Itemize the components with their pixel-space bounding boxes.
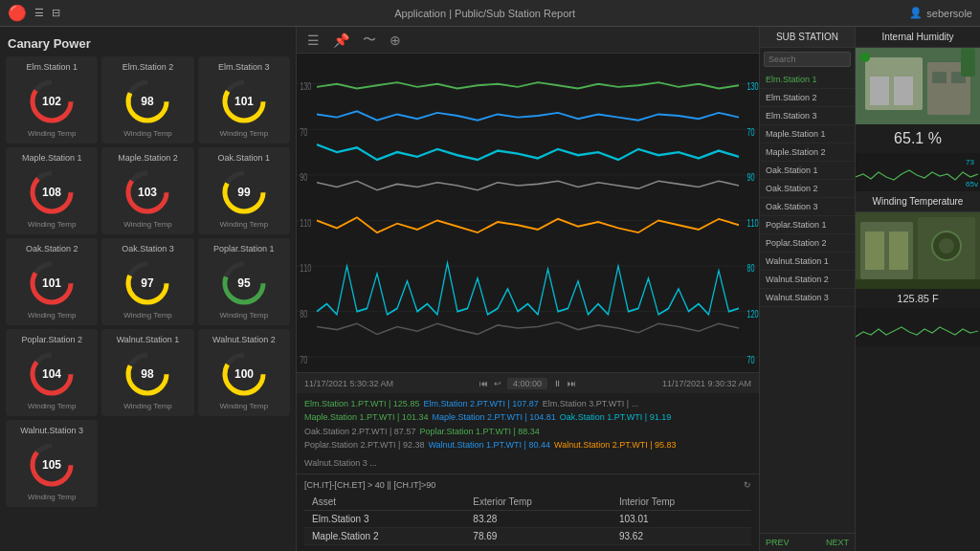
station-list-item[interactable]: Oak.Station 2 xyxy=(760,180,855,198)
station-card[interactable]: Oak.Station 199Winding Temp xyxy=(198,147,290,234)
middle-panel: ☰ 📌 〜 ⊕ 130 70 90 110 110 xyxy=(297,27,760,551)
svg-text:90: 90 xyxy=(746,171,754,184)
station-list-item[interactable]: Walnut.Station 1 xyxy=(760,253,855,271)
refresh-icon[interactable]: ↻ xyxy=(744,480,751,490)
legend-row-4: Poplar.Station 2.PT.WTI | 92.38 Walnut.S… xyxy=(304,438,751,470)
svg-point-79 xyxy=(939,238,954,253)
winding-image xyxy=(856,212,980,289)
station-card[interactable]: Elm.Station 1102Winding Temp xyxy=(6,56,98,143)
substation-nav: PREV NEXT xyxy=(760,533,855,551)
pause-icon[interactable]: ⏸ xyxy=(553,379,562,388)
svg-rect-80 xyxy=(856,279,980,289)
legend-row-2: Maple.Station 1.PT.WTI | 101.34 Maple.St… xyxy=(304,410,751,424)
station-list-item[interactable]: Maple.Station 1 xyxy=(760,125,855,143)
legend-row-1: Elm.Station 1.PT.WTI | 125.85 Elm.Statio… xyxy=(304,397,751,410)
station-card[interactable]: Oak.Station 2101Winding Temp xyxy=(6,238,98,325)
winding-temp-title: Winding Temperature xyxy=(856,191,980,212)
svg-rect-39 xyxy=(297,54,759,372)
alert-query-text: [CH.IT]-[CH.ET] > 40 || [CH.IT]>90 xyxy=(304,480,435,490)
chart-wave-icon[interactable]: 〜 xyxy=(360,30,379,51)
station-name: Oak.Station 3 xyxy=(122,244,174,253)
station-list-item[interactable]: Elm.Station 3 xyxy=(760,107,855,125)
winding-label: Winding Temp xyxy=(123,402,172,410)
gauge-svg: 103 xyxy=(122,166,173,218)
legend-elm2: Elm.Station 2.PT.WTI | 107.87 xyxy=(423,397,538,410)
alert-query: [CH.IT]-[CH.ET] > 40 || [CH.IT]>90 ↻ xyxy=(304,480,751,490)
winding-value: 125.85 F xyxy=(856,289,980,308)
station-list-item[interactable]: Walnut.Station 2 xyxy=(760,271,855,289)
chart-controls[interactable]: ⏮ ↩ 4:00:00 ⏸ ⏭ xyxy=(479,378,576,389)
winding-label: Winding Temp xyxy=(28,220,77,229)
next-button[interactable]: NEXT xyxy=(826,538,849,547)
gauge-svg: 101 xyxy=(218,76,270,127)
legend-maple1: Maple.Station 1.PT.WTI | 101.34 xyxy=(304,410,428,424)
chart-toolbar: ☰ 📌 〜 ⊕ xyxy=(297,27,759,54)
station-list-item[interactable]: Walnut.Station 3 xyxy=(760,289,855,307)
station-card[interactable]: Maple.Station 2103Winding Temp xyxy=(101,147,193,234)
duration-label: 4:00:00 xyxy=(507,378,547,389)
station-grid: Elm.Station 1102Winding TempElm.Station … xyxy=(6,56,290,507)
winding-graph-svg xyxy=(856,308,980,346)
station-list-item[interactable]: Elm.Station 2 xyxy=(760,89,855,107)
gauge-svg: 100 xyxy=(218,348,270,400)
svg-text:98: 98 xyxy=(142,367,155,381)
chart-cursor-icon[interactable]: ⊕ xyxy=(387,31,404,50)
svg-text:98: 98 xyxy=(142,95,155,108)
station-card[interactable]: Walnut.Station 3105Winding Temp xyxy=(6,420,98,507)
station-name: Walnut.Station 1 xyxy=(117,335,180,344)
prev-button[interactable]: PREV xyxy=(766,538,790,547)
station-card[interactable]: Elm.Station 3101Winding Temp xyxy=(198,56,290,143)
svg-text:73: 73 xyxy=(966,158,974,166)
station-card[interactable]: Oak.Station 397Winding Temp xyxy=(101,238,193,325)
winding-label: Winding Temp xyxy=(123,220,172,229)
humidity-title: Internal Humidity xyxy=(856,27,980,48)
winding-label: Winding Temp xyxy=(28,311,77,320)
station-list-item[interactable]: Oak.Station 3 xyxy=(760,198,855,216)
gauge-wrap: 103 xyxy=(122,166,173,218)
gauge-svg: 98 xyxy=(122,76,173,127)
svg-rect-68 xyxy=(860,53,870,62)
station-name: Oak.Station 1 xyxy=(218,153,271,163)
station-list-item[interactable]: Poplar.Station 1 xyxy=(760,216,855,234)
forward-icon[interactable]: ⏭ xyxy=(568,379,576,388)
station-list-item[interactable]: Elm.Station 1 xyxy=(760,71,855,89)
svg-text:97: 97 xyxy=(142,276,155,290)
copy-icon[interactable]: ⊟ xyxy=(52,7,60,19)
gauge-wrap: 101 xyxy=(218,76,270,127)
menu-icon[interactable]: ☰ xyxy=(34,7,44,19)
station-card[interactable]: Elm.Station 298Winding Temp xyxy=(101,56,193,143)
station-card[interactable]: Poplar.Station 2104Winding Temp xyxy=(6,329,98,416)
legend-oak1: Oak.Station 1.PT.WTI | 91.19 xyxy=(560,410,671,424)
winding-label: Winding Temp xyxy=(28,402,77,410)
svg-text:80: 80 xyxy=(300,307,307,320)
svg-text:70: 70 xyxy=(300,353,307,365)
station-list-item[interactable]: Maple.Station 2 xyxy=(760,143,855,162)
station-list-item[interactable]: Poplar.Station 2 xyxy=(760,234,855,253)
search-input[interactable] xyxy=(764,52,851,67)
svg-text:100: 100 xyxy=(234,367,254,381)
svg-text:130: 130 xyxy=(300,79,311,92)
svg-text:80: 80 xyxy=(746,262,754,275)
station-card[interactable]: Walnut.Station 198Winding Temp xyxy=(101,329,193,416)
humidity-graph-svg: 73 65v xyxy=(856,153,980,191)
gauge-wrap: 95 xyxy=(218,257,270,309)
chart-pin-icon[interactable]: 📌 xyxy=(330,31,352,50)
gauge-svg: 108 xyxy=(26,166,78,218)
station-list-item[interactable]: Oak.Station 1 xyxy=(760,162,855,180)
station-card[interactable]: Poplar.Station 195Winding Temp xyxy=(198,238,290,325)
legend-maple2: Maple.Station 2.PT.WTI | 104.81 xyxy=(432,410,555,424)
svg-text:90: 90 xyxy=(300,171,307,184)
chart-menu-icon[interactable]: ☰ xyxy=(304,31,323,50)
panel-title: Canary Power xyxy=(6,33,290,56)
svg-text:105: 105 xyxy=(42,458,61,472)
svg-text:95: 95 xyxy=(237,276,251,290)
station-card[interactable]: Walnut.Station 2100Winding Temp xyxy=(198,329,290,416)
legend-walnut2: Walnut.Station 2.PT.WTI | 95.83 xyxy=(554,438,677,452)
station-card[interactable]: Maple.Station 1108Winding Temp xyxy=(6,147,98,234)
table-cell: Elm.Station 3 xyxy=(304,511,465,528)
svg-rect-66 xyxy=(932,72,947,83)
substation-panel: SUB STATION Elm.Station 1Elm.Station 2El… xyxy=(760,27,856,551)
svg-text:101: 101 xyxy=(42,276,61,290)
rewind-icon[interactable]: ↩ xyxy=(494,379,501,388)
play-back-icon[interactable]: ⏮ xyxy=(479,379,488,388)
